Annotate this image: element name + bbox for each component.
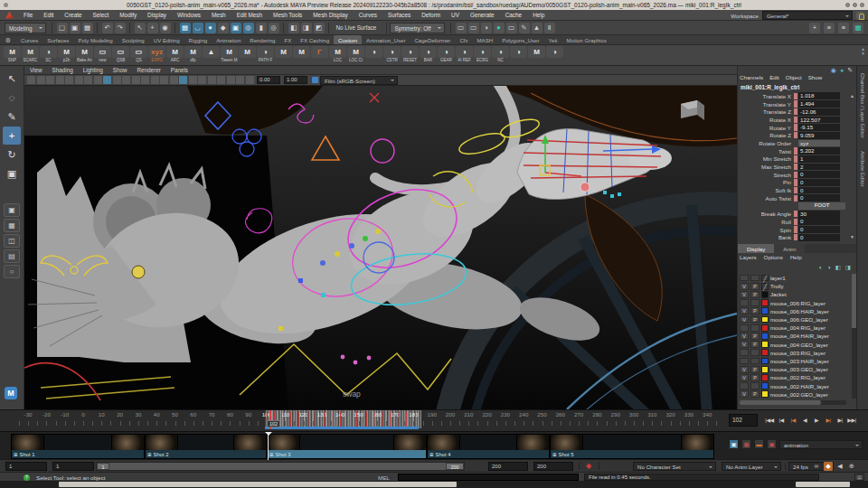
range-slider-bar[interactable]: 1 200 (96, 462, 465, 471)
layer-color-swatch[interactable] (761, 374, 769, 381)
shelf-tab-cfx[interactable]: Cfx (455, 35, 472, 44)
empty-layer-icon[interactable]: ◧ (835, 264, 841, 271)
channel-value[interactable]: 1 (798, 155, 840, 163)
step-back-key-button[interactable]: |◀ (788, 414, 798, 427)
layer-visibility-toggle[interactable] (740, 299, 749, 306)
shelf-item-cstr[interactable]: ◑CSTR (383, 46, 401, 63)
new-layer-icon[interactable]: ◨ (845, 264, 851, 271)
loop-playback-icon[interactable]: ∞ (812, 462, 821, 471)
grid-toggle-icon[interactable]: ▦ (853, 23, 863, 33)
layer-menu-help[interactable]: Help (790, 254, 802, 260)
menu-item-windows[interactable]: Windows (172, 10, 206, 21)
shelf-item-ai-ref[interactable]: ◑AI REF (456, 46, 473, 63)
menu-item-surfaces[interactable]: Surfaces (382, 10, 416, 21)
shelf-item-tween-m[interactable]: MTween M (221, 46, 238, 63)
shelf-tab-mash[interactable]: MASH (473, 35, 498, 44)
layer-playback-toggle[interactable] (750, 275, 760, 282)
menu-item-edit-mesh[interactable]: Edit Mesh (231, 10, 268, 21)
layer-visibility-toggle[interactable]: V (740, 307, 749, 314)
shaded-icon[interactable] (179, 76, 187, 84)
sequencer-shot-shot-1[interactable]: ⊞Shot 1 (11, 434, 145, 459)
layer-playback-toggle[interactable] (750, 324, 760, 332)
shelf-stepper[interactable]: ▲▼ (861, 47, 865, 56)
channel-value[interactable]: 30 (798, 211, 840, 218)
channel-row[interactable]: Translate X1.018 (738, 92, 852, 100)
shelf-gear-icon[interactable]: ⚙ (4, 36, 13, 44)
shelf-tab-poly-modeling[interactable]: Poly Modeling (73, 35, 117, 44)
shelf-item-snp[interactable]: MSNP (4, 46, 21, 63)
channel-value[interactable]: 0 (798, 179, 840, 186)
redo-icon[interactable]: ↷ (115, 23, 126, 33)
layer-color-swatch[interactable] (761, 316, 769, 324)
layer-row[interactable]: VP╱Trolly (738, 282, 852, 290)
viewport-menu-panels[interactable]: Panels (171, 67, 188, 73)
channelbox-menu-edit[interactable]: Edit (769, 74, 779, 80)
layer-visibility-toggle[interactable]: V (740, 366, 749, 373)
gamma-field[interactable]: 1.00 (284, 76, 307, 84)
channel-row[interactable]: Translate Y1.494 (738, 100, 852, 108)
layer-color-swatch[interactable]: ╱ (761, 283, 769, 290)
menu-item-select[interactable]: Select (88, 10, 115, 21)
channel-row[interactable]: Twist5.202 (738, 147, 852, 155)
layer-row[interactable]: mouse_003:RIG_layer (738, 349, 852, 357)
construction-history-icon[interactable]: ◩ (314, 23, 325, 33)
use-all-lights-icon[interactable] (198, 76, 206, 84)
layer-playback-toggle[interactable]: P (750, 366, 760, 373)
channel-row[interactable]: Pin0 (738, 179, 852, 187)
menu-item-help[interactable]: Help (527, 10, 550, 21)
grease-pencil-icon[interactable] (84, 76, 92, 84)
current-frame-field[interactable]: 102 (729, 414, 758, 427)
menu-item-generate[interactable]: Generate (465, 10, 500, 21)
view-transform-dropdown[interactable]: Film (sRGB-Screen) (320, 76, 398, 85)
menu-item-cache[interactable]: Cache (500, 10, 527, 21)
layer-row[interactable]: VPmouse_006:HAIR_layer (738, 307, 852, 315)
channel-row[interactable]: Stretch0 (738, 171, 852, 179)
channel-scroll-down[interactable]: ▼ (849, 234, 855, 239)
shelf-tab-animation-user[interactable]: Animation_User (362, 35, 410, 44)
layer-playback-toggle[interactable]: P (750, 291, 760, 298)
layer-playback-toggle[interactable] (750, 349, 760, 356)
play-backwards-button[interactable]: ◀ (799, 414, 810, 427)
layer-color-swatch[interactable] (761, 341, 769, 348)
lock-workspace-icon[interactable] (856, 12, 864, 20)
pin-workspace-icon[interactable]: + (809, 23, 820, 33)
layer-row[interactable]: VPmouse_004:HAIR_layer (738, 332, 852, 340)
layer-menu-options[interactable]: Options (764, 254, 783, 260)
viewport-menu-lighting[interactable]: Lighting (83, 67, 103, 73)
channelbox-menu-object[interactable]: Object (786, 74, 802, 80)
shelf-item-dfp[interactable]: Mdfp (184, 46, 202, 63)
step-back-frame-button[interactable]: |◀ (776, 414, 787, 427)
channel-value[interactable]: -12.06 (798, 108, 840, 116)
sequencer-mode-dropdown[interactable]: animation (779, 440, 863, 449)
channel-row[interactable]: Rotate Orderxyz (738, 139, 852, 147)
close-button[interactable] (860, 3, 864, 7)
layer-playback-toggle[interactable]: P (750, 316, 760, 324)
shelf-item-sc[interactable]: ◑SC (40, 46, 57, 63)
channel-row[interactable]: Rotate Y-9.15 (738, 124, 852, 132)
snap-view-plane-icon[interactable]: ▣ (231, 23, 241, 33)
sequencer-add-shot-icon[interactable]: ▦ (741, 439, 751, 449)
layer-visibility-toggle[interactable]: V (740, 283, 749, 290)
layer-color-swatch[interactable] (761, 307, 769, 314)
scale-tool[interactable]: ▣ (3, 164, 21, 183)
shelf-item-icon-15[interactable]: M (275, 46, 292, 63)
viewport-canvas[interactable]: swap (24, 86, 737, 409)
render-ball-icon[interactable]: ● (494, 23, 505, 33)
shelf-item-icon-11[interactable]: ▲ (203, 46, 220, 63)
menu-item-file[interactable]: File (18, 10, 38, 21)
step-forward-frame-button[interactable]: ▶| (835, 414, 845, 427)
mute-audio-icon[interactable]: ◀ (835, 462, 844, 471)
shelf-item-new[interactable]: ▭new (94, 46, 111, 63)
shadows-icon[interactable] (208, 76, 216, 84)
layer-color-swatch[interactable] (761, 390, 769, 398)
shelf-item-icon-29[interactable]: M (528, 46, 545, 63)
sequencer-playhead[interactable] (268, 432, 269, 460)
channel-value[interactable]: 122.507 (798, 117, 840, 124)
layer-menu-layers[interactable]: Layers (740, 254, 757, 260)
layer-visibility-toggle[interactable]: V (740, 291, 749, 298)
make-live-icon[interactable]: ◎ (243, 23, 254, 33)
shelf-tab-curves[interactable]: Curves (16, 35, 42, 44)
layer-row[interactable]: mouse_004:RIG_layer (738, 324, 852, 332)
sphere-icon[interactable]: ● (840, 67, 844, 74)
symmetry-dropdown[interactable]: Symmetry: Off (390, 23, 444, 33)
